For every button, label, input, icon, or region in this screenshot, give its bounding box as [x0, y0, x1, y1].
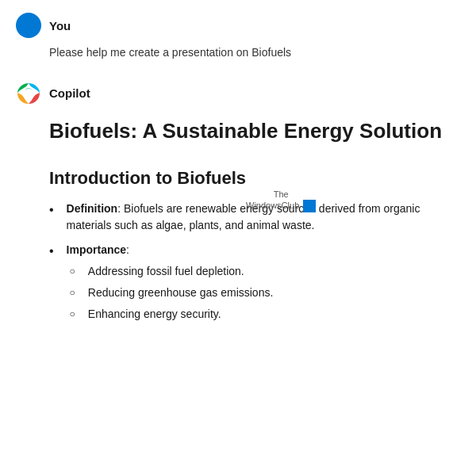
copilot-section: Copilot Biofuels: A Sustainable Energy S… [16, 80, 460, 327]
importance-colon: : [126, 243, 129, 256]
user-name: You [49, 19, 71, 32]
list-item: Definition: Biofuels are renewable energ… [49, 201, 460, 234]
term-definition: Definition [67, 202, 118, 215]
importance-content: Importance: Addressing fossil fuel deple… [67, 242, 274, 327]
presentation-title: Biofuels: A Sustainable Energy Solution [49, 118, 460, 145]
sub-item-text-3: Enhancing energy security. [88, 306, 221, 323]
sub-item-text-1: Addressing fossil fuel depletion. [88, 263, 244, 280]
chat-container: You Please help me create a presentation… [0, 0, 476, 348]
copilot-name: Copilot [49, 86, 90, 100]
avatar [16, 13, 41, 38]
user-header: You [16, 13, 460, 38]
sub-list-item-2: Reducing greenhouse gas emissions. [70, 285, 274, 301]
user-section: You Please help me create a presentation… [16, 13, 460, 61]
term-importance: Importance [67, 243, 126, 256]
copilot-icon [16, 80, 41, 105]
section-heading-intro: Introduction to Biofuels [49, 167, 460, 190]
sub-item-text-2: Reducing greenhouse gas emissions. [88, 285, 273, 301]
list-item-importance: Importance: Addressing fossil fuel deple… [49, 242, 460, 327]
sub-list: Addressing fossil fuel depletion. Reduci… [70, 263, 274, 323]
definition-text: : Biofuels are renewable energy sources … [67, 202, 420, 231]
copilot-content: Biofuels: A Sustainable Energy Solution … [49, 118, 460, 327]
user-message: Please help me create a presentation on … [49, 44, 460, 61]
svg-point-1 [24, 88, 33, 97]
bullet-content: Definition: Biofuels are renewable energ… [67, 201, 460, 234]
sub-list-item-3: Enhancing energy security. [70, 306, 274, 323]
sub-list-item-1: Addressing fossil fuel depletion. [70, 263, 274, 280]
bullet-list: Definition: Biofuels are renewable energ… [49, 201, 460, 327]
copilot-header: Copilot [16, 80, 460, 105]
